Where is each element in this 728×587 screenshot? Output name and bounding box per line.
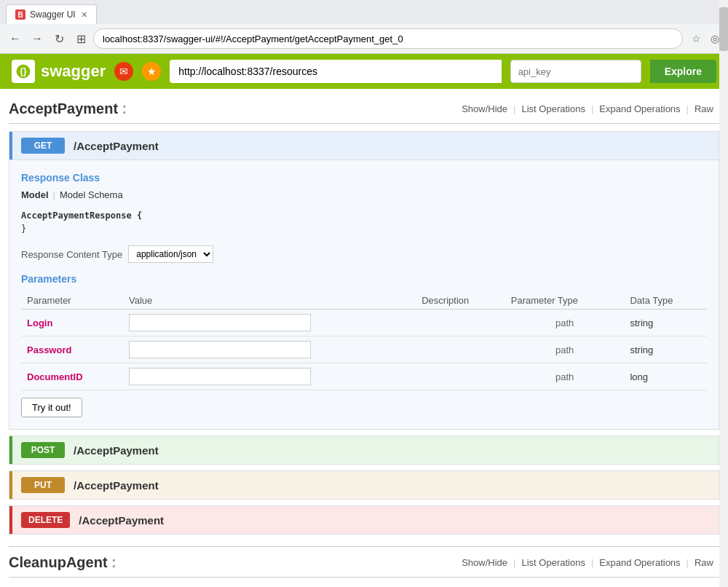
forward-button[interactable]: → [28, 29, 47, 48]
param-input-documentid[interactable] [129, 368, 311, 385]
post-operation-path: /AcceptPayment [74, 444, 159, 457]
section-actions: Show/Hide | List Operations | Expand Ope… [456, 103, 719, 114]
delete-operation-path: /AcceptPayment [79, 514, 164, 527]
model-schema-link[interactable]: Model Schema [60, 189, 123, 200]
col-param-type: Parameter Type [505, 292, 625, 310]
cleanup-agent-colon: : [108, 554, 116, 570]
content-type-label: Response Content Type [21, 249, 122, 260]
response-content-type: Response Content Type application/json [21, 245, 707, 263]
cleanup-show-hide-link[interactable]: Show/Hide [456, 557, 513, 568]
put-method-badge: PUT [21, 477, 65, 493]
cleanup-list-operations-link[interactable]: List Operations [515, 557, 590, 568]
post-method-badge: POST [21, 442, 65, 458]
cleanup-agent-title-text: CleanupAgent [9, 554, 108, 570]
put-operation-header[interactable]: PUT /AcceptPayment [9, 471, 719, 499]
swagger-badge-red: ✉ [114, 62, 133, 81]
post-operation-header[interactable]: POST /AcceptPayment [9, 436, 719, 464]
schema-closing-brace: } [21, 224, 26, 234]
model-sep: | [53, 189, 55, 200]
param-type-password: path [505, 336, 625, 363]
section-title-text: AcceptPayment [9, 101, 118, 117]
get-operation-detail: Response Class Model | Model Schema Acce… [9, 159, 719, 429]
cleanup-expand-operations-link[interactable]: Expand Operations [593, 557, 686, 568]
col-parameter: Parameter [21, 292, 123, 310]
put-operation-block: PUT /AcceptPayment [9, 470, 719, 500]
schema-class-name: AcceptPaymentResponse { [21, 210, 142, 221]
param-datatype-login: string [624, 310, 707, 336]
param-type-documentid: path [505, 363, 625, 390]
swagger-icon: {} [12, 60, 35, 83]
param-type-login: path [505, 310, 625, 336]
get-operation-path: /AcceptPayment [74, 140, 159, 152]
section-title-colon: : [118, 101, 127, 117]
delete-operation-header[interactable]: DELETE /AcceptPayment [9, 506, 719, 534]
swagger-url-input[interactable] [170, 60, 501, 83]
param-name-documentid: DocumentID [27, 371, 83, 382]
table-row: DocumentID path long [21, 363, 707, 390]
param-datatype-password: string [624, 336, 707, 363]
get-operation-block: GET /AcceptPayment Response Class Model … [9, 131, 719, 430]
bookmark-icon: ☆ [689, 31, 703, 46]
tab-close-icon[interactable]: × [82, 9, 87, 20]
param-desc-login [416, 310, 505, 336]
swagger-header: {} swagger ✉ ★ Explore [0, 54, 728, 89]
param-desc-password [416, 336, 505, 363]
delete-operation-block: DELETE /AcceptPayment [9, 505, 719, 535]
accept-payment-section: AcceptPayment : Show/Hide | List Operati… [9, 101, 719, 535]
parameters-title: Parameters [21, 273, 707, 285]
try-it-out-button[interactable]: Try it out! [21, 398, 82, 417]
main-content: AcceptPayment : Show/Hide | List Operati… [0, 89, 728, 587]
expand-operations-link[interactable]: Expand Operations [593, 103, 686, 114]
params-table: Parameter Value Description Parameter Ty… [21, 292, 707, 390]
back-button[interactable]: ← [6, 29, 25, 48]
get-operation-header[interactable]: GET /AcceptPayment [9, 132, 719, 159]
cleanup-agent-actions: Show/Hide | List Operations | Expand Ope… [456, 557, 719, 568]
swagger-badge-orange: ★ [142, 62, 161, 81]
cleanup-agent-section: CleanupAgent : Show/Hide | List Operatio… [9, 546, 719, 578]
response-class-title: Response Class [21, 172, 707, 184]
col-value: Value [123, 292, 416, 310]
reload-button[interactable]: ↻ [50, 29, 68, 48]
param-desc-documentid [416, 363, 505, 390]
cleanup-agent-title: CleanupAgent : [9, 554, 116, 571]
content-type-select[interactable]: application/json [128, 245, 213, 263]
param-input-login[interactable] [129, 314, 311, 331]
delete-method-badge: DELETE [21, 512, 70, 528]
tab-favicon: B [15, 9, 25, 20]
param-input-password[interactable] [129, 341, 311, 358]
put-operation-path: /AcceptPayment [74, 479, 159, 492]
table-row: Login path string [21, 310, 707, 336]
model-link[interactable]: Model [21, 189, 49, 200]
apps-button[interactable]: ⊞ [71, 29, 90, 48]
raw-link[interactable]: Raw [689, 103, 719, 114]
swagger-logo: {} swagger [12, 60, 106, 83]
show-hide-link[interactable]: Show/Hide [456, 103, 513, 114]
section-title: AcceptPayment : [9, 101, 127, 117]
cleanup-raw-link[interactable]: Raw [689, 557, 719, 568]
model-links: Model | Model Schema [21, 189, 707, 200]
section-header: AcceptPayment : Show/Hide | List Operati… [9, 101, 719, 124]
param-name-login: Login [27, 318, 52, 328]
param-name-password: Password [27, 344, 71, 355]
params-header-row: Parameter Value Description Parameter Ty… [21, 292, 707, 310]
param-datatype-documentid: long [624, 363, 707, 390]
cleanup-agent-header: CleanupAgent : Show/Hide | List Operatio… [9, 546, 719, 578]
scrollbar-thumb[interactable] [719, 7, 728, 51]
list-operations-link[interactable]: List Operations [515, 103, 590, 114]
col-description: Description [416, 292, 505, 310]
browser-tab[interactable]: B Swagger UI × [6, 4, 97, 24]
tab-title: Swagger UI [30, 9, 76, 20]
api-key-input[interactable] [510, 60, 641, 83]
get-method-badge: GET [21, 138, 65, 154]
address-bar[interactable] [93, 28, 683, 49]
col-data-type: Data Type [624, 292, 707, 310]
schema-text: AcceptPaymentResponse { } [21, 209, 707, 235]
swagger-title: swagger [41, 62, 106, 81]
scrollbar[interactable] [719, 0, 728, 587]
table-row: Password path string [21, 336, 707, 363]
svg-text:{}: {} [20, 66, 27, 76]
explore-button[interactable]: Explore [650, 60, 716, 83]
post-operation-block: POST /AcceptPayment [9, 436, 719, 465]
